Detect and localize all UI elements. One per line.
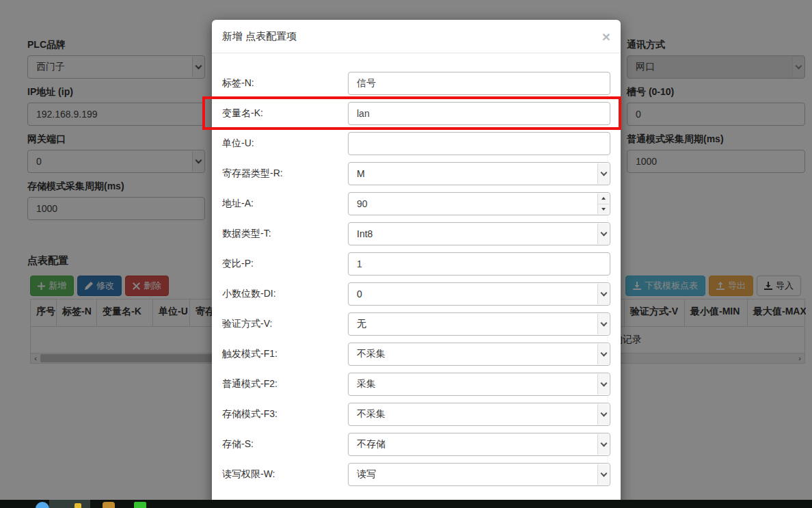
select-value: 无 [349,313,610,335]
select-value: 采集 [349,373,610,395]
modal-field-text-2[interactable] [348,132,610,155]
modal-field-row: 存储模式-F3: 不采集 [222,403,610,426]
modal-field-label: 小数位数-DI: [222,288,348,300]
modal-field-select-11[interactable]: 不采集 [348,403,610,426]
modal-field-input[interactable] [349,253,610,275]
modal-field-row: 数据类型-T: Int8 [222,222,610,245]
taskbar-app-icon[interactable] [103,502,115,508]
select-value: 不存储 [349,433,610,455]
chevron-down-icon [597,404,609,425]
select-value: 不采集 [349,403,610,425]
select-value: Int8 [349,223,610,245]
chevron-down-icon [597,284,609,304]
modal-field-select-12[interactable]: 不存储 [348,433,610,456]
modal-field-label: 存储-S: [222,438,348,451]
modal-field-select-8[interactable]: 无 [348,312,610,336]
chevron-down-icon [597,434,609,455]
modal-field-row: 触发模式-F1: 不采集 [222,343,610,366]
os-taskbar[interactable] [0,500,812,508]
modal-field-row: 读写权限-W: 读写 [222,463,610,486]
chevron-down-icon [597,344,609,364]
modal-field-row: 存储-S: 不存储 [222,433,610,456]
modal-field-label: 存储模式-F3: [222,408,348,420]
modal-field-select-10[interactable]: 采集 [348,373,610,396]
select-value: 0 [349,283,610,305]
select-value: M [349,163,610,185]
modal-field-label: 验证方式-V: [222,318,348,330]
modal-field-row: 变比-P: [222,252,610,276]
modal-field-input[interactable] [349,193,610,215]
modal-field-row: 验证方式-V: 无 [222,312,610,336]
spinner-down-icon[interactable] [601,208,606,211]
chevron-down-icon [597,224,609,244]
modal-field-label: 变量名-K: [222,107,348,120]
modal-field-text-6[interactable] [348,252,610,276]
chevron-down-icon [597,374,609,395]
select-value: 读写 [349,464,610,485]
modal-field-row: 地址-A: [222,192,610,215]
modal-field-label: 读写权限-W: [222,468,348,481]
modal-field-row: 寄存器类型-R: M [222,162,610,185]
modal-body: 标签-N: 变量名-K: 单位-U: 寄存器类型-R: M 地址-A: 数据类型… [212,53,621,500]
modal-field-input[interactable] [349,103,610,124]
taskbar-app-icon[interactable] [36,502,49,508]
modal-field-select-5[interactable]: Int8 [348,222,610,245]
modal-field-label: 地址-A: [222,198,348,210]
modal-field-row: 小数位数-DI: 0 [222,282,610,306]
modal-field-text-1[interactable] [348,102,610,125]
close-icon[interactable]: × [602,29,610,44]
modal-field-label: 标签-N: [222,77,348,90]
modal-title: 新增 点表配置项 [222,30,297,43]
modal-field-row: 变量名-K: [222,102,610,125]
modal-field-select-9[interactable]: 不采集 [348,343,610,366]
select-value: 不采集 [349,343,610,365]
modal-header: 新增 点表配置项 × [212,20,621,53]
add-point-config-modal: 新增 点表配置项 × 标签-N: 变量名-K: 单位-U: 寄存器类型-R: M… [212,20,621,508]
modal-field-input[interactable] [349,133,610,155]
modal-field-number-4[interactable] [348,192,610,215]
modal-field-row: 单位-U: [222,132,610,155]
modal-field-label: 寄存器类型-R: [222,168,348,180]
modal-field-label: 触发模式-F1: [222,348,348,360]
modal-field-text-0[interactable] [348,72,610,95]
modal-field-label: 变比-P: [222,258,348,270]
number-spinner[interactable] [597,193,609,214]
chevron-down-icon [597,314,609,334]
spinner-up-icon[interactable] [601,197,606,200]
taskbar-active-app[interactable] [49,500,90,508]
chevron-down-icon [597,163,609,184]
taskbar-app-icon[interactable] [75,503,81,508]
modal-field-select-13[interactable]: 读写 [348,463,610,486]
modal-field-label: 数据类型-T: [222,228,348,240]
modal-field-select-7[interactable]: 0 [348,282,610,306]
modal-field-row: 普通模式-F2: 采集 [222,373,610,396]
taskbar-app-icon[interactable] [134,502,146,508]
modal-field-select-3[interactable]: M [348,162,610,185]
modal-field-input[interactable] [349,72,610,94]
chevron-down-icon [597,464,609,485]
modal-field-label: 普通模式-F2: [222,378,348,390]
modal-field-row: 标签-N: [222,72,610,95]
modal-field-label: 单位-U: [222,137,348,150]
